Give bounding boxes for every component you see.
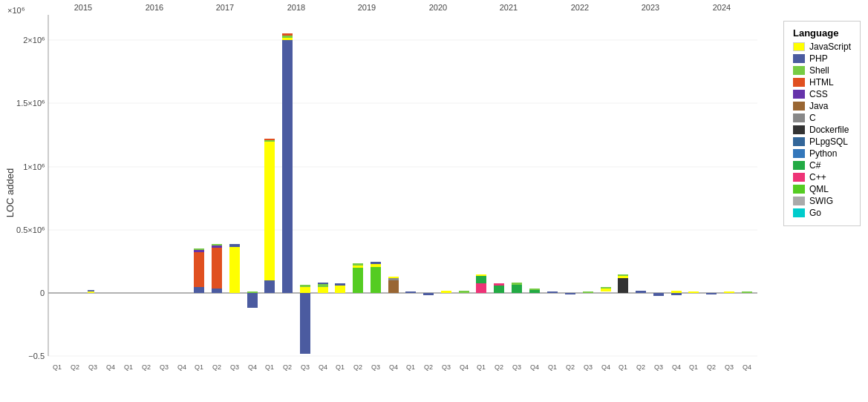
svg-rect-109 <box>476 274 486 276</box>
svg-rect-74 <box>229 247 240 293</box>
svg-text:2022: 2022 <box>571 3 589 12</box>
legend-item-go: Go <box>793 208 851 218</box>
legend-label-java: Java <box>809 101 828 111</box>
svg-rect-131 <box>742 291 752 293</box>
svg-text:Q1: Q1 <box>406 363 415 371</box>
svg-text:2023: 2023 <box>642 3 659 12</box>
svg-rect-93 <box>335 283 345 286</box>
svg-rect-102 <box>388 277 399 278</box>
svg-rect-71 <box>212 248 222 289</box>
legend-label-plpgsql: PLpgSQL <box>809 136 848 147</box>
svg-text:2016: 2016 <box>146 3 163 12</box>
swig-swatch <box>793 197 805 205</box>
legend-item-csharp: C# <box>793 160 851 171</box>
svg-text:Q4: Q4 <box>319 363 327 371</box>
svg-text:Q2: Q2 <box>566 363 575 371</box>
svg-rect-78 <box>264 280 275 293</box>
svg-rect-65 <box>88 290 94 291</box>
svg-rect-97 <box>371 267 381 293</box>
svg-rect-121 <box>618 278 628 293</box>
svg-rect-105 <box>441 291 451 293</box>
svg-text:2024: 2024 <box>713 3 731 12</box>
svg-text:Q2: Q2 <box>495 363 503 371</box>
svg-text:2×10⁶: 2×10⁶ <box>23 36 45 45</box>
svg-text:Q3: Q3 <box>512 363 521 371</box>
svg-rect-68 <box>194 250 204 252</box>
svg-rect-94 <box>353 268 363 293</box>
svg-text:Q2: Q2 <box>424 363 433 371</box>
svg-text:Q3: Q3 <box>160 363 169 371</box>
legend-label-cpp: C++ <box>809 172 826 182</box>
svg-rect-114 <box>529 290 540 293</box>
svg-rect-107 <box>476 283 486 293</box>
svg-rect-111 <box>494 283 504 286</box>
python-swatch <box>793 149 805 158</box>
svg-text:Q2: Q2 <box>71 363 79 371</box>
svg-text:Q3: Q3 <box>654 363 663 371</box>
svg-rect-76 <box>247 293 258 308</box>
legend-label-go: Go <box>809 208 821 218</box>
svg-text:Q4: Q4 <box>672 363 681 371</box>
svg-rect-72 <box>212 246 222 248</box>
svg-text:Q2: Q2 <box>636 363 645 371</box>
svg-rect-124 <box>636 291 646 293</box>
svg-rect-123 <box>618 274 628 276</box>
svg-text:Q2: Q2 <box>707 363 716 371</box>
svg-text:Q1: Q1 <box>195 363 203 371</box>
css-swatch <box>793 90 805 99</box>
legend-item-qml: QML <box>793 184 851 194</box>
svg-text:Q3: Q3 <box>371 363 380 371</box>
svg-rect-110 <box>494 286 504 293</box>
svg-text:2019: 2019 <box>358 3 376 12</box>
svg-rect-99 <box>371 262 381 264</box>
svg-rect-116 <box>547 291 558 293</box>
svg-text:Q3: Q3 <box>584 363 593 371</box>
svg-rect-104 <box>423 293 434 295</box>
svg-text:0: 0 <box>40 289 45 297</box>
php-swatch <box>793 54 805 63</box>
svg-text:Q3: Q3 <box>88 363 97 371</box>
svg-rect-86 <box>300 293 310 354</box>
chart-svg: 0 0.5×10⁶ 1×10⁶ 1.5×10⁶ 2×10⁶ −0.5 ×10⁶ … <box>0 0 868 402</box>
svg-rect-96 <box>353 263 363 266</box>
svg-rect-128 <box>688 291 699 293</box>
svg-text:Q4: Q4 <box>601 363 610 371</box>
svg-text:Q1: Q1 <box>336 363 345 371</box>
svg-text:Q1: Q1 <box>689 363 698 371</box>
legend-label-python: Python <box>809 148 837 159</box>
svg-text:Q4: Q4 <box>530 363 539 371</box>
svg-text:Q4: Q4 <box>460 363 469 371</box>
svg-rect-129 <box>706 293 717 294</box>
svg-rect-70 <box>212 289 222 293</box>
svg-rect-100 <box>388 280 399 293</box>
y-axis-label: LOC added <box>4 168 16 218</box>
svg-text:1×10⁶: 1×10⁶ <box>23 162 45 171</box>
svg-rect-122 <box>618 276 628 278</box>
legend-label-qml: QML <box>809 184 829 194</box>
legend: Language JavaScript PHP Shell HTML CSS J… <box>783 21 861 226</box>
legend-label-css: CSS <box>809 89 828 99</box>
svg-text:Q1: Q1 <box>124 363 133 371</box>
legend-item-swig: SWIG <box>793 196 851 206</box>
legend-label-shell: Shell <box>809 65 829 76</box>
legend-item-html: HTML <box>793 77 851 88</box>
legend-item-css: CSS <box>793 89 851 99</box>
svg-rect-95 <box>353 266 363 268</box>
svg-rect-92 <box>335 286 345 293</box>
shell-swatch <box>793 66 805 75</box>
svg-text:Q4: Q4 <box>743 363 751 371</box>
svg-rect-127 <box>671 293 682 295</box>
svg-text:Q3: Q3 <box>442 363 451 371</box>
svg-text:2015: 2015 <box>74 3 92 12</box>
svg-rect-91 <box>318 283 328 284</box>
svg-text:Q1: Q1 <box>477 363 486 371</box>
svg-rect-118 <box>583 291 593 293</box>
svg-rect-85 <box>282 33 293 36</box>
svg-rect-103 <box>405 291 416 293</box>
svg-rect-125 <box>653 293 664 296</box>
legend-item-shell: Shell <box>793 65 851 76</box>
svg-rect-126 <box>671 291 682 293</box>
svg-rect-120 <box>601 287 611 289</box>
svg-text:1.5×10⁶: 1.5×10⁶ <box>16 99 45 108</box>
svg-rect-108 <box>476 276 486 283</box>
